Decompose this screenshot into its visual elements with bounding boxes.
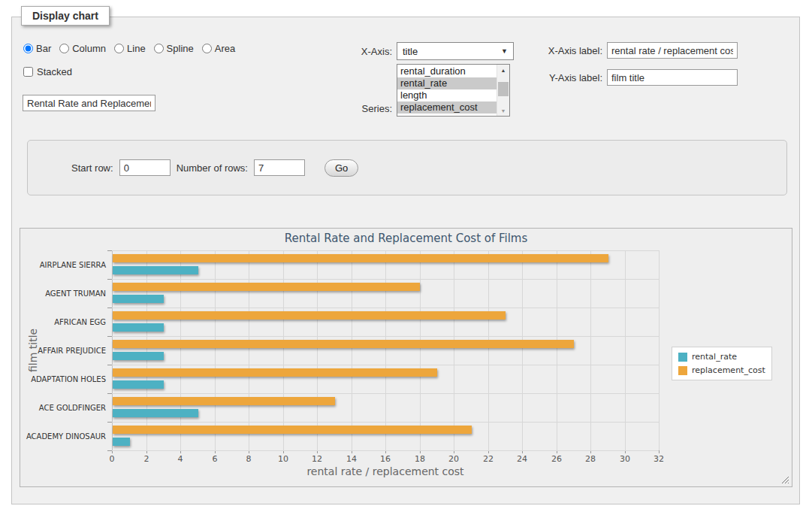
legend-label: replacement_cost bbox=[692, 365, 765, 375]
gridline bbox=[488, 250, 489, 450]
x-tick-mark bbox=[659, 450, 660, 453]
x-tick-label: 28 bbox=[579, 454, 602, 464]
fieldset-legend-label: Display chart bbox=[32, 10, 98, 22]
gridline bbox=[454, 250, 454, 450]
series-option-replacement_cost[interactable]: replacement_cost bbox=[397, 101, 497, 114]
bar-replacement_cost[interactable] bbox=[113, 368, 437, 377]
legend-label: rental_rate bbox=[692, 352, 737, 362]
start-row-input[interactable] bbox=[119, 159, 171, 176]
radio-label: Column bbox=[72, 43, 106, 54]
radio-label: Bar bbox=[36, 43, 51, 54]
legend-item-rental_rate[interactable]: rental_rate bbox=[678, 352, 765, 362]
chart-plot bbox=[112, 250, 659, 450]
legend-item-replacement_cost[interactable]: replacement_cost bbox=[678, 365, 765, 375]
scroll-down-button[interactable]: ▼ bbox=[497, 105, 509, 116]
resize-handle-icon[interactable] bbox=[781, 476, 789, 484]
category-label: AIRPLANE SIERRA bbox=[20, 250, 106, 279]
bar-replacement_cost[interactable] bbox=[113, 397, 335, 405]
radio-label: Line bbox=[127, 43, 146, 54]
radio-bar[interactable] bbox=[23, 44, 33, 53]
x-tick-label: 18 bbox=[409, 454, 431, 464]
gridline bbox=[112, 393, 659, 394]
x-tick-label: 12 bbox=[306, 454, 328, 464]
bar-rental_rate[interactable] bbox=[113, 352, 164, 360]
series-scrollbar[interactable]: ▲ ▼ bbox=[497, 65, 509, 116]
series-option-rental_rate[interactable]: rental_rate bbox=[397, 77, 497, 89]
gridline bbox=[352, 250, 352, 450]
radio-area[interactable] bbox=[202, 44, 212, 53]
category-label: ADAPTATION HOLES bbox=[20, 365, 106, 393]
chart-title-input[interactable] bbox=[23, 95, 155, 111]
bar-replacement_cost[interactable] bbox=[113, 340, 574, 348]
gridline bbox=[522, 250, 523, 450]
gridline bbox=[590, 250, 591, 450]
series-option-rental_duration[interactable]: rental_duration bbox=[397, 65, 497, 77]
radio-label: Area bbox=[215, 43, 235, 54]
x-tick-label: 8 bbox=[237, 454, 260, 464]
series-listbox[interactable]: rental_durationrental_ratelengthreplacem… bbox=[397, 64, 510, 117]
bar-replacement_cost[interactable] bbox=[113, 283, 420, 291]
chart-type-radiogroup: BarColumnLineSplineArea bbox=[23, 43, 235, 54]
bar-rental_rate[interactable] bbox=[113, 380, 164, 389]
category-label: ACADEMY DINOSAUR bbox=[20, 422, 106, 450]
gridline bbox=[557, 250, 557, 450]
number-of-rows-input[interactable] bbox=[254, 159, 305, 176]
x-axis-label-caption: X-Axis label: bbox=[518, 45, 602, 56]
y-tick-mark bbox=[107, 450, 112, 451]
bar-replacement_cost[interactable] bbox=[113, 254, 608, 262]
y-tick-mark bbox=[107, 422, 112, 423]
stacked-checkbox[interactable] bbox=[23, 67, 33, 77]
x-tick-label: 2 bbox=[135, 454, 158, 464]
x-axis-select[interactable]: title ▼ bbox=[397, 42, 514, 60]
y-tick-mark bbox=[107, 250, 112, 251]
radio-column[interactable] bbox=[59, 44, 69, 53]
radio-line[interactable] bbox=[114, 44, 124, 53]
gridline bbox=[112, 279, 659, 280]
stacked-label: Stacked bbox=[37, 66, 72, 77]
scrollbar-track[interactable] bbox=[497, 75, 509, 105]
chart-type-area[interactable]: Area bbox=[202, 43, 235, 54]
fieldset-legend: Display chart bbox=[21, 6, 110, 26]
chart-type-line[interactable]: Line bbox=[114, 43, 146, 54]
series-option-length[interactable]: length bbox=[397, 89, 497, 101]
gridline bbox=[112, 336, 659, 337]
y-axis-label-input[interactable] bbox=[607, 69, 738, 86]
radio-label: Spline bbox=[167, 43, 194, 54]
x-tick-label: 4 bbox=[169, 454, 192, 464]
gridline bbox=[385, 250, 386, 450]
x-axis-label-input[interactable] bbox=[607, 42, 738, 59]
scroll-up-button[interactable]: ▲ bbox=[497, 65, 509, 75]
bar-rental_rate[interactable] bbox=[113, 323, 164, 332]
bar-rental_rate[interactable] bbox=[113, 295, 164, 303]
x-tick-label: 30 bbox=[614, 454, 636, 464]
row-range-panel: Start row: Number of rows: Go bbox=[27, 140, 787, 195]
category-label: AFFAIR PREJUDICE bbox=[20, 336, 106, 365]
category-labels: AIRPLANE SIERRAAGENT TRUMANAFRICAN EGGAF… bbox=[20, 250, 107, 450]
stacked-option[interactable]: Stacked bbox=[23, 66, 72, 77]
scrollbar-thumb[interactable] bbox=[498, 82, 509, 96]
chart-type-column[interactable]: Column bbox=[59, 43, 106, 54]
chevron-down-icon: ▼ bbox=[501, 47, 508, 55]
x-tick-label: 10 bbox=[272, 454, 294, 464]
chart-type-bar[interactable]: Bar bbox=[23, 43, 51, 54]
bar-replacement_cost[interactable] bbox=[113, 311, 506, 320]
chart-legend: rental_ratereplacement_cost bbox=[672, 347, 772, 380]
bar-rental_rate[interactable] bbox=[113, 438, 130, 446]
x-tick-label: 22 bbox=[477, 454, 500, 464]
start-row-label: Start row: bbox=[71, 162, 113, 174]
radio-spline[interactable] bbox=[154, 44, 164, 53]
bar-rental_rate[interactable] bbox=[113, 266, 198, 274]
gridline bbox=[146, 250, 147, 450]
bar-rental_rate[interactable] bbox=[113, 409, 198, 417]
gridline bbox=[317, 250, 318, 450]
y-tick-mark bbox=[107, 336, 112, 337]
gridline bbox=[283, 250, 284, 450]
gridline bbox=[112, 250, 659, 251]
x-tick-label: 0 bbox=[101, 454, 123, 464]
gridline bbox=[625, 250, 626, 450]
chart-type-spline[interactable]: Spline bbox=[154, 43, 194, 54]
category-label: AFRICAN EGG bbox=[20, 308, 106, 336]
chart-title: Rental Rate and Replacement Cost of Film… bbox=[20, 232, 792, 245]
bar-replacement_cost[interactable] bbox=[113, 426, 472, 434]
go-button[interactable]: Go bbox=[324, 159, 358, 177]
